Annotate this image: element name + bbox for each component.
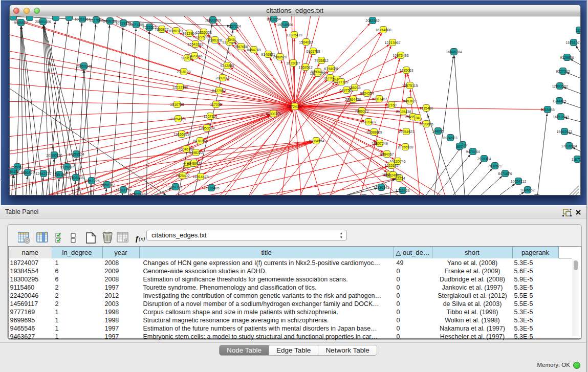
svg-text:8938923: 8938923: [443, 136, 457, 140]
svg-text:16210643: 16210643: [553, 115, 569, 119]
svg-text:1733426: 1733426: [396, 189, 409, 192]
svg-text:13324802: 13324802: [385, 173, 401, 177]
svg-text:19218506: 19218506: [277, 23, 293, 27]
svg-text:12093582: 12093582: [552, 84, 568, 88]
svg-text:9474444: 9474444: [466, 150, 480, 154]
svg-text:2935114: 2935114: [477, 157, 491, 161]
svg-text:15720407: 15720407: [360, 120, 376, 124]
svg-text:9115460: 9115460: [419, 106, 433, 110]
svg-text:15692971: 15692971: [556, 130, 572, 134]
svg-text:7357224: 7357224: [227, 25, 241, 28]
svg-text:10807487: 10807487: [371, 97, 387, 101]
svg-text:2667608: 2667608: [234, 45, 248, 49]
svg-text:20206536: 20206536: [46, 154, 62, 157]
svg-text:18300295: 18300295: [265, 112, 281, 116]
svg-text:8427552: 8427552: [212, 89, 226, 93]
svg-text:9975887: 9975887: [60, 165, 74, 169]
svg-text:7663822: 7663822: [155, 28, 168, 31]
svg-text:9245652: 9245652: [520, 188, 534, 192]
svg-text:9498222: 9498222: [189, 151, 203, 155]
svg-text:16782759: 16782759: [115, 188, 131, 192]
svg-text:19166829: 19166829: [173, 133, 189, 136]
svg-text:2803144: 2803144: [215, 76, 229, 80]
svg-text:17359924: 17359924: [68, 152, 84, 156]
svg-text:1564032: 1564032: [299, 40, 313, 44]
svg-text:17016504: 17016504: [561, 144, 577, 148]
svg-text:18724007: 18724007: [287, 105, 302, 108]
svg-text:3215955: 3215955: [540, 108, 554, 112]
svg-text:9327509: 9327509: [194, 35, 208, 39]
svg-text:10973493: 10973493: [393, 54, 408, 57]
svg-text:8267110: 8267110: [203, 115, 217, 118]
svg-text:19654923: 19654923: [398, 130, 414, 134]
svg-text:84: 84: [416, 116, 420, 120]
svg-text:7986372: 7986372: [355, 110, 368, 113]
svg-text:1145194: 1145194: [52, 173, 66, 177]
svg-text:16671355: 16671355: [128, 23, 144, 27]
svg-text:10654112: 10654112: [510, 180, 526, 183]
svg-text:1615192: 1615192: [384, 164, 398, 167]
svg-text:1527602: 1527602: [89, 18, 103, 22]
svg-text:2588520: 2588520: [273, 55, 287, 59]
svg-text:10958107: 10958107: [99, 183, 115, 187]
svg-text:19384554: 19384554: [308, 139, 324, 143]
svg-text:9899695: 9899695: [419, 122, 433, 126]
svg-text:23420046: 23420046: [186, 54, 202, 58]
svg-text:687: 687: [456, 145, 463, 148]
svg-text:9242845: 9242845: [220, 64, 234, 68]
svg-text:12213967: 12213967: [384, 41, 400, 45]
svg-text:6794028: 6794028: [324, 67, 338, 71]
svg-text:3822037: 3822037: [286, 61, 300, 65]
svg-text:8454749: 8454749: [247, 48, 260, 52]
svg-text:12923448: 12923448: [129, 192, 145, 195]
svg-text:8912954: 8912954: [182, 32, 196, 35]
svg-text:20691406: 20691406: [35, 20, 51, 24]
svg-text:17957225: 17957225: [83, 179, 99, 183]
svg-text:439159: 439159: [10, 170, 19, 173]
svg-text:16033809: 16033809: [205, 18, 221, 22]
svg-text:12975115: 12975115: [402, 84, 418, 87]
svg-text:12353594: 12353594: [199, 126, 214, 130]
svg-text:1156829: 1156829: [20, 171, 34, 174]
svg-text:18807249: 18807249: [372, 142, 387, 145]
svg-text:6961758: 6961758: [306, 50, 320, 53]
svg-text:2718120: 2718120: [177, 70, 190, 74]
svg-text:9457791: 9457791: [168, 185, 182, 189]
svg-text:546: 546: [229, 38, 235, 41]
svg-text:12213389: 12213389: [172, 85, 188, 89]
svg-text:9777109: 9777109: [334, 80, 348, 84]
svg-text:116753: 116753: [571, 158, 580, 161]
svg-text:16543382: 16543382: [187, 42, 203, 46]
svg-text:10756928: 10756928: [397, 145, 413, 149]
svg-text:9948910: 9948910: [187, 162, 201, 165]
svg-text:8186328: 8186328: [208, 38, 222, 42]
svg-text:10654925: 10654925: [170, 117, 186, 121]
svg-text:1112: 1112: [575, 29, 580, 32]
svg-text:1244415: 1244415: [552, 99, 566, 103]
svg-text:62160: 62160: [386, 103, 397, 107]
svg-text:2087682: 2087682: [365, 19, 379, 23]
svg-text:9463627: 9463627: [403, 99, 417, 103]
svg-text:144095: 144095: [432, 129, 444, 133]
svg-text:8471676: 8471676: [498, 172, 512, 176]
svg-text:(x): (x): [139, 235, 145, 242]
svg-text:16154808: 16154808: [375, 28, 391, 32]
svg-text:1362612: 1362612: [298, 65, 312, 69]
svg-text:15716485: 15716485: [203, 186, 219, 190]
svg-text:9129966: 9129966: [560, 56, 574, 59]
svg-text:7485063: 7485063: [399, 69, 413, 72]
svg-text:7955812: 7955812: [314, 59, 328, 62]
svg-text:1210733: 1210733: [170, 103, 184, 106]
svg-text:13325419: 13325419: [286, 33, 302, 37]
svg-text:20053346: 20053346: [76, 64, 92, 68]
svg-text:14136141: 14136141: [373, 186, 389, 189]
svg-text:3624554: 3624554: [360, 92, 374, 95]
svg-text:7632621: 7632621: [488, 164, 502, 168]
svg-text:16648784: 16648784: [446, 50, 462, 54]
svg-text:10688609: 10688609: [366, 130, 382, 134]
svg-text:8878352: 8878352: [193, 139, 207, 143]
svg-text:20364456: 20364456: [345, 98, 361, 101]
svg-text:8990443: 8990443: [311, 70, 324, 74]
svg-text:16914479: 16914479: [192, 175, 208, 179]
svg-text:12942737: 12942737: [35, 172, 51, 176]
